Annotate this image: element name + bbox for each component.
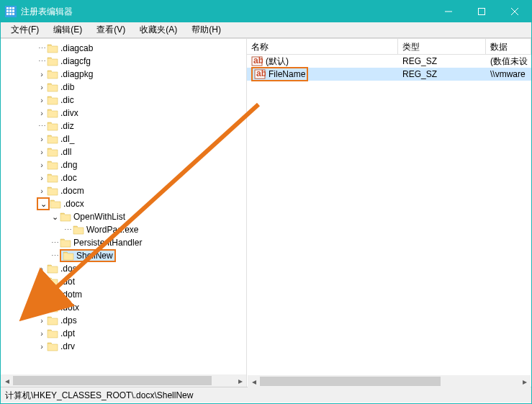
menu-file[interactable]: 文件(F) bbox=[4, 22, 46, 37]
tree-item[interactable]: › .dotm bbox=[1, 288, 246, 301]
chevron-right-icon[interactable]: › bbox=[37, 277, 47, 286]
tree-item-label: .dl_ bbox=[60, 134, 74, 144]
folder-icon bbox=[47, 289, 58, 300]
tree-item-label: .docm bbox=[60, 186, 84, 196]
scroll-track[interactable] bbox=[260, 375, 518, 387]
list-row[interactable]: ab(默认)REG_SZ(数值未设 bbox=[247, 55, 531, 68]
scroll-thumb[interactable] bbox=[260, 377, 441, 386]
tree-item[interactable]: ⋯ .diagcab bbox=[1, 42, 246, 55]
folder-icon bbox=[50, 199, 61, 209]
status-path: 计算机\HKEY_CLASSES_ROOT\.docx\ShellNew bbox=[5, 390, 193, 400]
tree-item[interactable]: ⋯ WordPad.exe bbox=[1, 223, 246, 236]
tree-item[interactable]: › .dll bbox=[1, 145, 246, 158]
chevron-right-icon[interactable]: › bbox=[37, 161, 47, 169]
chevron-right-icon[interactable]: › bbox=[37, 187, 47, 195]
tree-item-label: .dot bbox=[60, 277, 75, 287]
registry-tree[interactable]: ⋯ .diagcab⋯ .diagcfg› .diagpkg› .dib› .d… bbox=[1, 39, 246, 387]
minimize-button[interactable] bbox=[432, 1, 465, 22]
chevron-right-icon[interactable]: › bbox=[37, 70, 47, 78]
scroll-right-icon[interactable]: ▸ bbox=[234, 374, 246, 387]
svg-rect-4 bbox=[6, 10, 9, 12]
tree-item-label: ShellNew bbox=[76, 251, 113, 261]
menubar: 文件(F) 编辑(E) 查看(V) 收藏夹(A) 帮助(H) bbox=[1, 22, 531, 38]
scroll-thumb[interactable] bbox=[13, 376, 212, 385]
tree-item[interactable]: ⌄ .docx bbox=[1, 197, 246, 210]
column-header-name[interactable]: 名称 bbox=[247, 39, 398, 54]
tree-item-label: .drv bbox=[60, 341, 75, 351]
tree-item-label: .doc bbox=[60, 173, 77, 183]
folder-icon bbox=[47, 82, 58, 92]
string-value-icon: ab bbox=[254, 68, 266, 80]
tree-item[interactable]: › .divx bbox=[1, 107, 246, 120]
chevron-right-icon[interactable]: › bbox=[37, 135, 47, 143]
tree-item-label: .diagcab bbox=[60, 43, 93, 53]
svg-rect-9 bbox=[12, 13, 14, 15]
list-row[interactable]: abFileNameREG_SZ\\vmware bbox=[247, 68, 531, 81]
tree-item[interactable]: › .dic bbox=[1, 94, 246, 107]
chevron-right-icon[interactable]: › bbox=[37, 316, 47, 325]
menu-help[interactable]: 帮助(H) bbox=[184, 22, 228, 37]
tree-item-label: .dll bbox=[60, 147, 71, 157]
svg-rect-3 bbox=[12, 7, 14, 9]
tree-item[interactable]: › .dib bbox=[1, 81, 246, 94]
tree-item[interactable]: › .dl_ bbox=[1, 133, 246, 145]
chevron-right-icon[interactable]: › bbox=[37, 83, 47, 91]
chevron-down-icon[interactable]: ⌄ bbox=[50, 212, 60, 222]
value-data: (数值未设 bbox=[486, 55, 531, 68]
tree-item[interactable]: ⋯ PersistentHandler bbox=[1, 236, 246, 249]
scroll-left-icon[interactable]: ◂ bbox=[1, 374, 13, 387]
window-buttons bbox=[432, 1, 531, 22]
tree-item[interactable]: › .diagpkg bbox=[1, 68, 246, 81]
chevron-down-icon[interactable]: ⌄ bbox=[38, 199, 48, 209]
tree-item[interactable]: ⋯ .diagcfg bbox=[1, 55, 246, 68]
tree-item[interactable]: › .dng bbox=[1, 158, 246, 171]
tree-item[interactable]: ⋯ ShellNew bbox=[1, 249, 246, 262]
chevron-right-icon[interactable]: › bbox=[37, 329, 47, 338]
folder-icon bbox=[47, 95, 58, 105]
tree-item-label: .diagpkg bbox=[60, 69, 93, 79]
list-hscrollbar[interactable]: ◂ ▸ bbox=[248, 375, 531, 387]
tree-item-label: .dib bbox=[60, 82, 74, 92]
tree-item-label: .dic bbox=[60, 95, 74, 105]
tree-item[interactable]: › .dpt bbox=[1, 327, 246, 340]
svg-text:ab: ab bbox=[253, 55, 263, 66]
tree-item[interactable]: › .dotx bbox=[1, 301, 246, 314]
tree-item[interactable]: › .dos bbox=[1, 262, 246, 275]
maximize-button[interactable] bbox=[465, 1, 498, 22]
menu-favorites[interactable]: 收藏夹(A) bbox=[132, 22, 184, 37]
folder-icon bbox=[60, 212, 71, 222]
values-list[interactable]: ab(默认)REG_SZ(数值未设abFileNameREG_SZ\\vmwar… bbox=[247, 55, 531, 81]
chevron-right-icon[interactable]: › bbox=[37, 109, 47, 117]
menu-view[interactable]: 查看(V) bbox=[89, 22, 132, 37]
value-type: REG_SZ bbox=[398, 56, 486, 66]
tree-item[interactable]: › .dot bbox=[1, 275, 246, 288]
chevron-right-icon[interactable]: › bbox=[37, 148, 47, 156]
tree-item[interactable]: ⌄ OpenWithList bbox=[1, 210, 246, 223]
scroll-track[interactable] bbox=[13, 374, 234, 387]
tree-item[interactable]: ⋯ .diz bbox=[1, 120, 246, 133]
column-header-data[interactable]: 数据 bbox=[486, 39, 531, 54]
chevron-right-icon[interactable]: › bbox=[37, 303, 47, 312]
scroll-left-icon[interactable]: ◂ bbox=[248, 375, 260, 387]
chevron-right-icon[interactable]: › bbox=[37, 290, 47, 299]
content-area: ⋯ .diagcab⋯ .diagcfg› .diagpkg› .dib› .d… bbox=[1, 38, 531, 387]
folder-icon bbox=[47, 186, 58, 196]
tree-item-label: .diz bbox=[60, 121, 74, 131]
chevron-right-icon[interactable]: › bbox=[37, 96, 47, 104]
tree-item[interactable]: › .docm bbox=[1, 184, 246, 197]
window-title: 注册表编辑器 bbox=[21, 6, 432, 18]
chevron-right-icon[interactable]: › bbox=[37, 264, 47, 273]
folder-icon bbox=[47, 328, 58, 338]
list-header: 名称 类型 数据 bbox=[247, 39, 531, 55]
scroll-right-icon[interactable]: ▸ bbox=[518, 375, 531, 387]
tree-hscrollbar[interactable]: ◂ ▸ bbox=[1, 374, 246, 387]
tree-item[interactable]: › .drv bbox=[1, 340, 246, 353]
chevron-right-icon[interactable]: › bbox=[37, 174, 47, 182]
tree-item[interactable]: › .dps bbox=[1, 314, 246, 327]
chevron-right-icon[interactable]: › bbox=[37, 342, 47, 351]
menu-edit[interactable]: 编辑(E) bbox=[46, 22, 89, 37]
tree-item[interactable]: › .doc bbox=[1, 171, 246, 184]
close-button[interactable] bbox=[498, 1, 531, 22]
folder-icon bbox=[47, 69, 58, 79]
column-header-type[interactable]: 类型 bbox=[398, 39, 486, 54]
